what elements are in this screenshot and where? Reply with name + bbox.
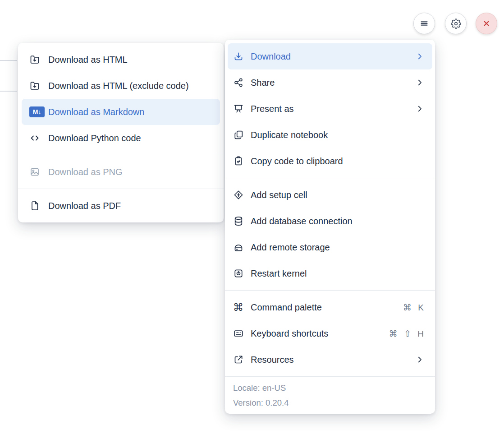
menu-item-resources[interactable]: Resources <box>228 347 432 373</box>
keyboard-icon <box>233 328 244 339</box>
chevron-right-icon <box>415 355 424 364</box>
menu-item-label: Restart kernel <box>251 268 307 279</box>
code-icon <box>29 133 40 143</box>
menu-item-download-as-html[interactable]: Download as HTML <box>22 46 220 73</box>
settings-button[interactable] <box>445 13 467 34</box>
menu-item-download[interactable]: Download <box>228 43 432 69</box>
gear-icon <box>451 18 461 29</box>
page-background-line <box>0 60 17 61</box>
markdown-badge-text: M↓ <box>29 106 45 117</box>
image-icon <box>29 166 40 177</box>
menu-item-restart-kernel[interactable]: Restart kernel <box>228 260 432 287</box>
close-button[interactable] <box>476 13 497 34</box>
menu-item-download-as-png: Download as PNG <box>22 159 220 185</box>
folder-download-icon <box>29 80 40 91</box>
menu-item-add-database-connection[interactable]: Add database connection <box>228 208 432 234</box>
menu-item-label: Present as <box>251 104 294 114</box>
locale-text: Locale: en-US <box>225 380 435 395</box>
menu-item-label: Add remote storage <box>251 242 330 253</box>
power-icon <box>233 268 244 279</box>
presentation-icon <box>233 103 244 114</box>
menu-item-label: Share <box>251 78 275 88</box>
submenu-section-formats: Download as HTML Download as HTML (exclu… <box>18 43 224 155</box>
version-text: Version: 0.20.4 <box>225 395 435 410</box>
close-icon <box>481 18 491 28</box>
download-icon <box>233 51 244 62</box>
submenu-section-png: Download as PNG <box>18 155 224 189</box>
menu-item-label: Copy code to clipboard <box>251 156 343 166</box>
menu-item-label: Add database connection <box>251 216 353 227</box>
menu-item-label: Download as HTML <box>48 55 128 65</box>
menu-item-add-remote-storage[interactable]: Add remote storage <box>228 234 432 260</box>
menu-item-download-as-pdf[interactable]: Download as PDF <box>22 193 220 219</box>
menu-item-share[interactable]: Share <box>228 69 432 96</box>
main-menu-section-help: ⌘ Command palette ⌘ K Keyboard shortcuts… <box>225 291 435 376</box>
markdown-badge-icon: M↓ <box>29 106 40 117</box>
menu-toggle-button[interactable] <box>413 13 435 34</box>
drive-icon <box>233 242 244 253</box>
database-icon <box>233 216 244 227</box>
menu-item-label: Command palette <box>251 302 322 313</box>
menu-item-label: Download as HTML (exclude code) <box>48 81 189 91</box>
main-menu-section-notebook: Add setup cell Add database connection A… <box>225 178 435 290</box>
menu-item-keyboard-shortcuts[interactable]: Keyboard shortcuts ⌘ ⇧ H <box>228 320 432 347</box>
menu-item-label: Download as Markdown <box>48 107 144 117</box>
menu-item-add-setup-cell[interactable]: Add setup cell <box>228 182 432 208</box>
menu-item-copy-code-to-clipboard[interactable]: Copy code to clipboard <box>228 148 432 174</box>
menu-item-download-python-code[interactable]: Download Python code <box>22 125 220 151</box>
chevron-right-icon <box>415 104 424 113</box>
menu-item-label: Duplicate notebook <box>251 130 328 140</box>
command-icon: ⌘ <box>233 302 244 313</box>
share-icon <box>233 77 244 88</box>
main-menu-section-share: Download Share Present as <box>225 40 435 178</box>
diamond-plus-icon <box>233 190 244 200</box>
file-icon <box>29 200 40 211</box>
app-canvas: { "colors": { "accent_blue": "#3D6FC9", … <box>0 0 504 444</box>
page-background-line <box>0 91 17 92</box>
submenu-section-pdf: Download as PDF <box>18 189 224 222</box>
menu-footer: Locale: en-US Version: 0.20.4 <box>225 377 435 414</box>
menu-item-label: Download as PDF <box>48 201 121 211</box>
menu-item-duplicate-notebook[interactable]: Duplicate notebook <box>228 122 432 148</box>
chevron-right-icon <box>415 52 424 61</box>
hamburger-icon <box>419 18 430 29</box>
shortcut-hint: ⌘ K <box>403 302 424 313</box>
menu-item-label: Resources <box>251 355 294 365</box>
menu-item-present-as[interactable]: Present as <box>228 96 432 122</box>
clipboard-import-icon <box>233 156 244 166</box>
duplicate-icon <box>233 130 244 140</box>
notebook-main-menu: Download Share Present as <box>225 40 435 414</box>
external-link-icon <box>233 354 244 365</box>
menu-item-command-palette[interactable]: ⌘ Command palette ⌘ K <box>228 294 432 320</box>
download-submenu: Download as HTML Download as HTML (exclu… <box>18 43 224 222</box>
folder-download-icon <box>29 54 40 65</box>
menu-item-download-as-html-exclude-code[interactable]: Download as HTML (exclude code) <box>22 73 220 99</box>
menu-item-label: Download as PNG <box>48 167 123 177</box>
shortcut-hint: ⌘ ⇧ H <box>389 328 424 339</box>
menu-item-download-as-markdown[interactable]: M↓ Download as Markdown <box>22 99 220 125</box>
menu-item-label: Add setup cell <box>251 190 307 200</box>
chevron-right-icon <box>415 78 424 87</box>
menu-item-label: Keyboard shortcuts <box>251 328 328 339</box>
menu-item-label: Download Python code <box>48 133 141 143</box>
menu-item-label: Download <box>251 51 291 62</box>
